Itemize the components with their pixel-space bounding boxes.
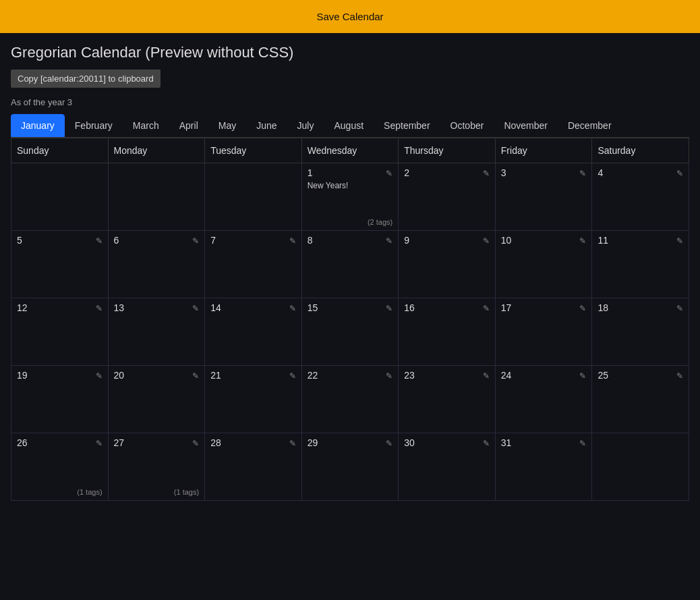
edit-day-icon[interactable]: ✎ xyxy=(483,439,490,448)
calendar-row-1: 5✎6✎7✎8✎9✎10✎11✎ xyxy=(11,231,689,298)
calendar-header-tuesday: Tuesday xyxy=(205,138,302,163)
edit-day-icon[interactable]: ✎ xyxy=(386,304,392,313)
day-number: 7 xyxy=(210,235,216,246)
edit-day-icon[interactable]: ✎ xyxy=(289,371,296,381)
month-tab-august[interactable]: August xyxy=(324,114,374,137)
edit-day-icon[interactable]: ✎ xyxy=(676,169,683,178)
day-number: 6 xyxy=(114,235,119,246)
calendar-cell: 2✎ xyxy=(399,163,496,231)
day-number: 21 xyxy=(210,370,221,381)
edit-day-icon[interactable]: ✎ xyxy=(676,236,683,246)
save-calendar-label: Save Calendar xyxy=(316,11,383,22)
edit-day-icon[interactable]: ✎ xyxy=(96,236,103,246)
save-calendar-button[interactable]: Save Calendar xyxy=(0,0,700,33)
tags-label: (2 tags) xyxy=(368,218,392,226)
month-tab-july[interactable]: July xyxy=(287,114,324,137)
calendar-row-3: 19✎20✎21✎22✎23✎24✎25✎ xyxy=(11,366,689,433)
edit-day-icon[interactable]: ✎ xyxy=(96,439,103,448)
edit-day-icon[interactable]: ✎ xyxy=(386,236,392,246)
day-number: 18 xyxy=(597,302,608,313)
calendar-cell xyxy=(108,163,205,231)
calendar-cell: 10✎ xyxy=(495,231,592,298)
calendar-cell: 8✎ xyxy=(301,231,399,298)
day-number: 14 xyxy=(210,302,221,313)
calendar-cell: 4✎ xyxy=(592,163,689,231)
month-tab-november[interactable]: November xyxy=(494,114,558,137)
day-number: 31 xyxy=(501,437,512,448)
edit-day-icon[interactable]: ✎ xyxy=(96,304,103,313)
edit-day-icon[interactable]: ✎ xyxy=(289,439,296,448)
calendar-cell: 3✎ xyxy=(495,163,592,231)
copy-calendar-button[interactable]: Copy [calendar:20011] to clipboard xyxy=(11,70,161,88)
edit-day-icon[interactable]: ✎ xyxy=(386,169,392,178)
calendar-row-4: 26✎(1 tags)27✎(1 tags)28✎29✎30✎31✎ xyxy=(11,433,689,501)
edit-day-icon[interactable]: ✎ xyxy=(676,371,683,381)
day-number: 8 xyxy=(308,235,313,246)
edit-day-icon[interactable]: ✎ xyxy=(483,169,490,178)
calendar-row-0: 1✎New Years!(2 tags)2✎3✎4✎ xyxy=(11,163,689,231)
month-tab-june[interactable]: June xyxy=(246,114,287,137)
calendar-cell: 24✎ xyxy=(495,366,592,433)
calendar-cell: 14✎ xyxy=(205,298,302,366)
edit-day-icon[interactable]: ✎ xyxy=(386,439,392,448)
calendar-cell: 21✎ xyxy=(205,366,302,433)
calendar-cell: 5✎ xyxy=(11,231,109,298)
edit-day-icon[interactable]: ✎ xyxy=(579,439,586,448)
calendar-cell: 15✎ xyxy=(301,298,399,366)
edit-day-icon[interactable]: ✎ xyxy=(483,371,490,381)
calendar-header-sunday: Sunday xyxy=(11,138,109,163)
calendar-cell: 17✎ xyxy=(495,298,592,366)
calendar-cell: 19✎ xyxy=(11,366,109,433)
calendar-cell xyxy=(205,163,302,231)
day-number: 12 xyxy=(17,302,28,313)
calendar-cell: 31✎ xyxy=(495,433,592,501)
day-number: 9 xyxy=(404,235,409,246)
edit-day-icon[interactable]: ✎ xyxy=(386,371,392,381)
day-number: 27 xyxy=(114,437,125,448)
month-tab-may[interactable]: May xyxy=(208,114,246,137)
edit-day-icon[interactable]: ✎ xyxy=(289,236,296,246)
event-text: New Years! xyxy=(308,181,393,190)
edit-day-icon[interactable]: ✎ xyxy=(96,371,103,381)
calendar-row-2: 12✎13✎14✎15✎16✎17✎18✎ xyxy=(11,298,689,366)
calendar-cell: 11✎ xyxy=(592,231,689,298)
edit-day-icon[interactable]: ✎ xyxy=(483,236,490,246)
edit-day-icon[interactable]: ✎ xyxy=(192,236,199,246)
day-number: 23 xyxy=(404,370,415,381)
calendar-cell: 16✎ xyxy=(399,298,496,366)
edit-day-icon[interactable]: ✎ xyxy=(192,371,199,381)
calendar-cell: 20✎ xyxy=(108,366,205,433)
month-tab-september[interactable]: September xyxy=(374,114,440,137)
calendar-header-monday: Monday xyxy=(108,138,205,163)
day-number: 26 xyxy=(17,437,28,448)
month-tab-march[interactable]: March xyxy=(123,114,169,137)
calendar-cell: 28✎ xyxy=(205,433,302,501)
calendar-header-saturday: Saturday xyxy=(592,138,689,163)
day-number: 16 xyxy=(404,302,415,313)
edit-day-icon[interactable]: ✎ xyxy=(676,304,683,313)
edit-day-icon[interactable]: ✎ xyxy=(579,371,586,381)
month-tab-april[interactable]: April xyxy=(169,114,208,137)
calendar-cell: 12✎ xyxy=(11,298,109,366)
day-number: 10 xyxy=(501,235,512,246)
calendar-cell: 25✎ xyxy=(592,366,689,433)
edit-day-icon[interactable]: ✎ xyxy=(579,169,586,178)
calendar-headers: SundayMondayTuesdayWednesdayThursdayFrid… xyxy=(11,138,689,163)
month-tab-january[interactable]: January xyxy=(11,114,65,137)
edit-day-icon[interactable]: ✎ xyxy=(483,304,490,313)
edit-day-icon[interactable]: ✎ xyxy=(289,304,296,313)
month-tab-october[interactable]: October xyxy=(440,114,494,137)
tags-label: (1 tags) xyxy=(77,488,102,496)
calendar-cell: 23✎ xyxy=(399,366,496,433)
edit-day-icon[interactable]: ✎ xyxy=(579,304,586,313)
day-number: 2 xyxy=(404,167,409,178)
day-number: 17 xyxy=(501,302,512,313)
month-tab-december[interactable]: December xyxy=(558,114,622,137)
month-tab-february[interactable]: February xyxy=(65,114,123,137)
calendar-header-thursday: Thursday xyxy=(399,138,496,163)
edit-day-icon[interactable]: ✎ xyxy=(579,236,586,246)
calendar-cell: 1✎New Years!(2 tags) xyxy=(301,163,399,231)
edit-day-icon[interactable]: ✎ xyxy=(192,304,199,313)
edit-day-icon[interactable]: ✎ xyxy=(192,439,199,448)
calendar-cell xyxy=(592,433,689,501)
